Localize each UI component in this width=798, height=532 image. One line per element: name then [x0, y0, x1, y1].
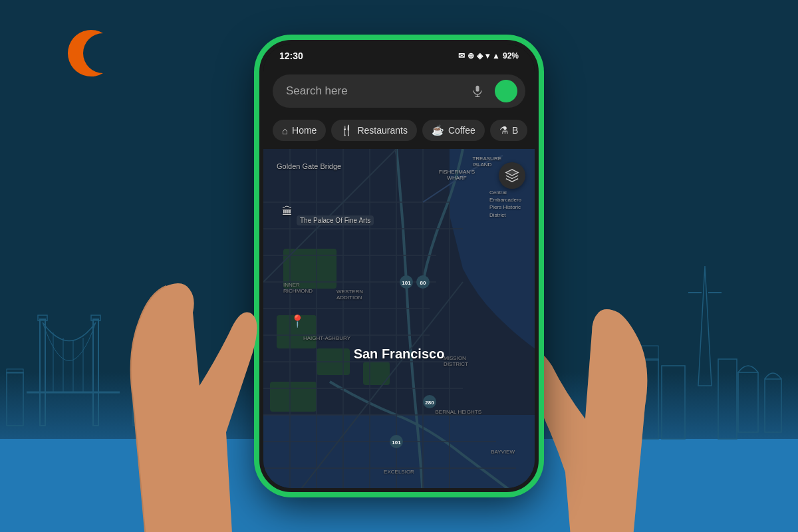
wifi-status-icon: ▾: [485, 51, 489, 61]
phone: 12:30 ✉ ⊕ ◈ ▾ ▲ 92% Search here: [259, 40, 539, 492]
search-area: Search here: [263, 68, 535, 117]
bars-chip-icon: ⚗: [499, 124, 508, 136]
restaurants-chip-label: Restaurants: [357, 125, 407, 136]
svg-text:80: 80: [420, 280, 426, 286]
filter-restaurants[interactable]: 🍴 Restaurants: [331, 120, 416, 141]
svg-rect-9: [7, 372, 23, 426]
restaurants-chip-icon: 🍴: [340, 124, 353, 136]
svg-text:101: 101: [402, 280, 411, 286]
filter-coffee[interactable]: ☕ Coffee: [422, 120, 485, 141]
profile-avatar[interactable]: [495, 80, 517, 102]
mic-icon[interactable]: [467, 80, 488, 102]
search-bar[interactable]: Search here: [273, 74, 525, 108]
filter-bars[interactable]: ⚗ B: [490, 120, 527, 141]
email-status-icon: ✉: [458, 51, 465, 61]
filter-chips: ⌂ Home 🍴 Restaurants ☕ Coffee ⚗ B: [263, 117, 535, 149]
svg-rect-0: [40, 319, 45, 426]
svg-rect-22: [476, 86, 479, 92]
svg-text:280: 280: [425, 400, 434, 406]
coffee-chip-icon: ☕: [432, 124, 444, 136]
phone-wrapper: 12:30 ✉ ⊕ ◈ ▾ ▲ 92% Search here: [259, 40, 539, 492]
filter-home[interactable]: ⌂ Home: [273, 120, 326, 141]
svg-marker-13: [698, 266, 712, 386]
home-chip-label: Home: [292, 125, 317, 136]
bars-chip-label: B: [512, 125, 518, 136]
time-display: 12:30: [279, 51, 303, 61]
moon-icon: [66, 27, 120, 80]
status-bar: 12:30 ✉ ⊕ ◈ ▾ ▲ 92%: [263, 44, 535, 68]
status-icons: ✉ ⊕ ◈ ▾ ▲ 92%: [458, 51, 519, 61]
search-placeholder: Search here: [286, 84, 460, 98]
home-chip-icon: ⌂: [282, 125, 288, 136]
svg-rect-21: [718, 359, 737, 439]
battery-display: 92%: [503, 51, 519, 61]
svg-rect-18: [738, 372, 758, 432]
map-area[interactable]: 101 80 101 280 Golden Gate Bridge FISHER…: [263, 149, 535, 492]
svg-text:101: 101: [392, 440, 401, 446]
location-status-icon: ⊕: [467, 51, 474, 61]
coffee-chip-label: Coffee: [448, 125, 475, 136]
signal-status-icon: ▲: [492, 51, 500, 61]
layers-button[interactable]: [499, 162, 525, 189]
hand-front: [93, 200, 293, 532]
vibrate-status-icon: ◈: [477, 51, 483, 61]
svg-rect-19: [765, 379, 781, 432]
